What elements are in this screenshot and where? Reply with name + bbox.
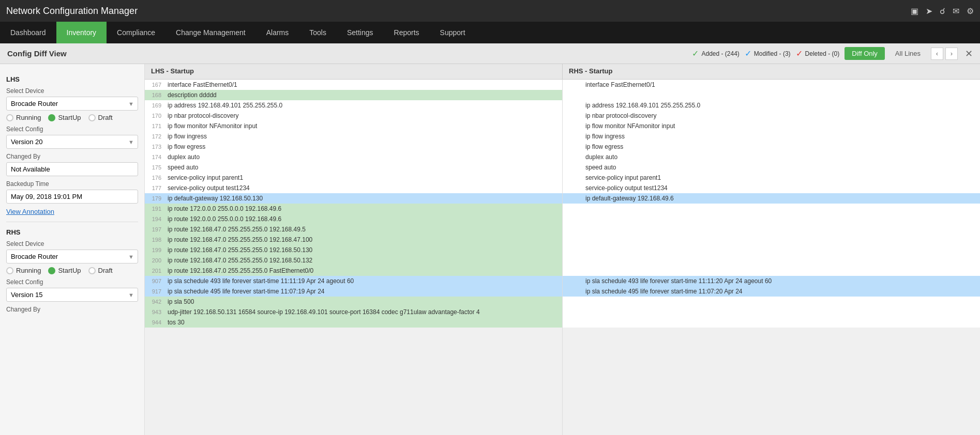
line-content: speed auto (165, 163, 562, 172)
line-content: service-policy input parent1 (583, 174, 980, 182)
line-content: tos 30 (165, 318, 562, 327)
line-number: 168 (145, 92, 165, 98)
check-modified-icon: ✓ (745, 49, 751, 58)
table-row: 194ip route 192.0.0.0 255.0.0.0 192.168.… (145, 214, 562, 224)
table-row (563, 297, 980, 307)
line-content: ip route 192.168.47.0 255.255.255.0 192.… (165, 225, 562, 234)
table-row (563, 266, 980, 276)
table-row (563, 204, 980, 214)
all-lines-button[interactable]: All Lines (890, 47, 926, 60)
table-row: ip flow monitor NFAmonitor input (563, 121, 980, 131)
lhs-config-label: Select Config (6, 126, 138, 133)
nav-item-compliance[interactable]: Compliance (107, 22, 165, 43)
rhs-config-select[interactable]: Version 15 (6, 288, 138, 302)
lhs-changed-by-input[interactable] (6, 162, 138, 176)
rhs-running-circle (6, 267, 13, 274)
nav-item-reports[interactable]: Reports (384, 22, 430, 43)
rocket-icon[interactable]: ➤ (926, 6, 932, 16)
lhs-backedup-time-input[interactable] (6, 190, 138, 204)
table-row: 199ip route 192.168.47.0 255.255.255.0 1… (145, 245, 562, 255)
nav-item-settings[interactable]: Settings (337, 22, 384, 43)
lhs-draft-circle (88, 114, 96, 121)
line-number: 177 (145, 185, 165, 191)
line-number: 175 (145, 164, 165, 170)
sidebar: LHS Select Device Brocade Router ▼ Runni… (0, 64, 145, 435)
filter-modified[interactable]: ✓ Modified - (3) (745, 49, 791, 58)
line-content: ip flow monitor NFAmonitor input (583, 122, 980, 130)
table-row (563, 245, 980, 255)
monitor-icon[interactable]: ▣ (911, 6, 918, 16)
prev-diff-button[interactable]: ‹ (931, 48, 943, 60)
nav-item-alarms[interactable]: Alarms (256, 22, 299, 43)
lhs-device-select[interactable]: Brocade Router (6, 97, 138, 111)
lhs-radio-draft[interactable]: Draft (88, 114, 113, 121)
rhs-radio-startup[interactable]: StartUp (48, 267, 81, 274)
diff-area: LHS - Startup RHS - Startup 167interface… (145, 64, 980, 435)
lhs-config-select[interactable]: Version 20 (6, 135, 138, 149)
line-number: 942 (145, 299, 165, 305)
diff-nav-arrows: ‹ › (931, 48, 958, 60)
next-diff-button[interactable]: › (945, 48, 958, 60)
diff-only-button[interactable]: Diff Only (845, 47, 885, 60)
line-content: ip route 192.168.47.0 255.255.255.0 192.… (165, 256, 562, 265)
line-number: 944 (145, 319, 165, 325)
nav-item-change-management[interactable]: Change Management (165, 22, 256, 43)
rhs-diff-panel[interactable]: interface FastEthernet0/1ip address 192.… (563, 80, 980, 435)
line-content: ip default-gateway 192.168.50.130 (165, 194, 562, 203)
line-number: 173 (145, 144, 165, 150)
nav-item-dashboard[interactable]: Dashboard (0, 22, 56, 43)
bell-icon[interactable]: ✉ (953, 6, 959, 16)
table-row: duplex auto (563, 152, 980, 162)
line-content: duplex auto (165, 153, 562, 161)
lhs-changed-by-label: Changed By (6, 153, 138, 160)
nav-item-tools[interactable]: Tools (299, 22, 337, 43)
rhs-startup-label: StartUp (58, 267, 81, 274)
line-content: ip sla schedule 495 life forever start-t… (165, 287, 562, 296)
rhs-panel-header: RHS - Startup (563, 64, 980, 79)
lhs-diff-panel[interactable]: 167interface FastEthernet0/1168descripti… (145, 80, 563, 435)
line-content (583, 208, 980, 209)
table-row: 191ip route 172.0.0.0 255.0.0.0 192.168.… (145, 204, 562, 214)
rhs-radio-running[interactable]: Running (6, 267, 41, 274)
lhs-running-label: Running (16, 114, 41, 121)
line-number: 917 (145, 288, 165, 294)
close-button[interactable]: ✕ (965, 48, 973, 59)
gear-icon[interactable]: ⚙ (967, 6, 974, 16)
line-content: udp-jitter 192.168.50.131 16584 source-i… (165, 308, 562, 316)
lhs-device-wrapper: Brocade Router ▼ (6, 97, 138, 111)
line-content: interface FastEthernet0/1 (583, 81, 980, 89)
line-content (583, 322, 980, 323)
search-icon[interactable]: ☌ (940, 6, 945, 16)
view-annotation-link[interactable]: View Annotation (6, 208, 54, 215)
table-row: 200ip route 192.168.47.0 255.255.255.0 1… (145, 255, 562, 266)
line-content (583, 219, 980, 220)
filter-added[interactable]: ✓ Added - (244) (692, 49, 739, 58)
line-content: ip route 192.168.47.0 255.255.255.0 192.… (165, 246, 562, 254)
lhs-startup-label: StartUp (58, 114, 81, 121)
lhs-radio-running[interactable]: Running (6, 114, 41, 121)
line-number: 170 (145, 113, 165, 119)
table-row: 201ip route 192.168.47.0 255.255.255.0 F… (145, 266, 562, 276)
table-row: speed auto (563, 162, 980, 173)
line-number: 199 (145, 247, 165, 253)
line-content: service-policy input parent1 (165, 174, 562, 182)
line-content (583, 312, 980, 313)
line-number: 907 (145, 278, 165, 284)
rhs-radio-draft[interactable]: Draft (88, 267, 113, 274)
nav-item-inventory[interactable]: Inventory (56, 22, 107, 43)
line-number: 194 (145, 216, 165, 222)
main-layout: LHS Select Device Brocade Router ▼ Runni… (0, 64, 980, 435)
nav-item-support[interactable]: Support (430, 22, 476, 43)
table-row: 917ip sla schedule 495 life forever star… (145, 286, 562, 297)
line-content: ip flow egress (165, 143, 562, 151)
table-row: 177service-policy output test1234 (145, 183, 562, 193)
line-number: 176 (145, 175, 165, 181)
lhs-radio-group: Running StartUp Draft (6, 114, 138, 121)
lhs-backedup-label: Backedup Time (6, 180, 138, 188)
lhs-radio-startup[interactable]: StartUp (48, 114, 81, 121)
rhs-device-select[interactable]: Brocade Router (6, 250, 138, 263)
line-content: ip sla schedule 493 life forever start-t… (165, 277, 562, 285)
line-content: ip address 192.168.49.101 255.255.255.0 (583, 101, 980, 110)
line-content (583, 301, 980, 302)
filter-deleted[interactable]: ✓ Deleted - (0) (796, 49, 840, 58)
